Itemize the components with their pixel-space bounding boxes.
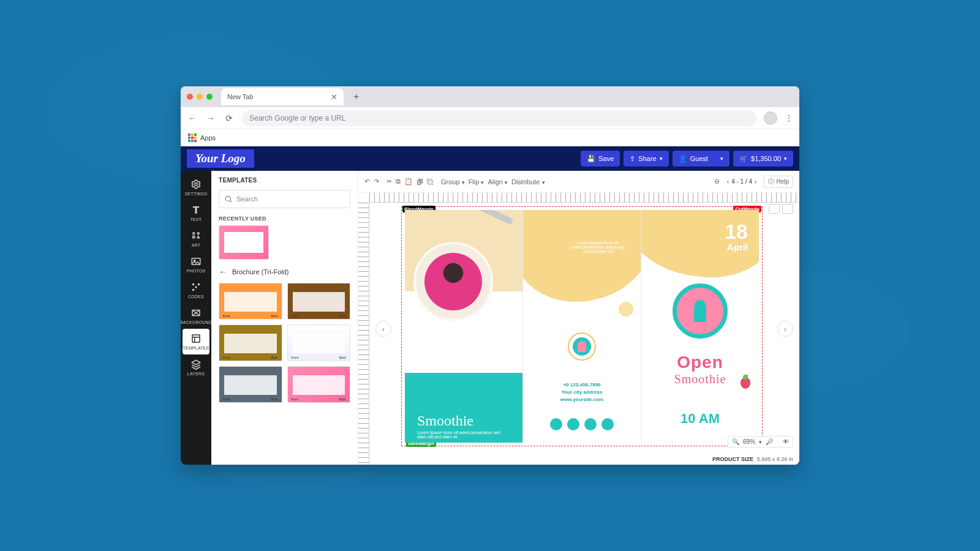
chevron-down-icon: ▾ [720, 156, 723, 162]
chevron-down-icon: ▾ [660, 156, 663, 162]
template-thumb[interactable]: FrontBack [219, 283, 282, 320]
template-thumb[interactable]: FrontBack [219, 366, 282, 403]
grid-toggle[interactable] [769, 204, 793, 214]
flip-menu[interactable]: Flip ▾ [469, 178, 484, 186]
window-controls[interactable] [187, 94, 213, 100]
spoon-graphic [461, 210, 514, 225]
sidebar-item-art[interactable]: Art [181, 226, 211, 252]
recent-template-thumb[interactable] [219, 225, 269, 260]
brochure-panel-3[interactable]: 18April OpenSmoothie 10 AM [641, 210, 759, 443]
group-menu[interactable]: Group ▾ [441, 178, 465, 186]
header-buttons: 💾Save ⇪Share▾ 👤Guest▾ 🛒$1,350.00▾ [581, 151, 793, 167]
share-button[interactable]: ⇪Share▾ [624, 151, 668, 167]
canvas-area[interactable]: ‹ › BleedMargin CutMargin SafeMargin [358, 193, 799, 465]
apps-label[interactable]: Apps [200, 134, 216, 141]
brochure-panel-2[interactable]: Lorem ipsum dolor sit amet,consectetur a… [522, 210, 641, 443]
smoothie-bowl-graphic [413, 242, 493, 321]
search-icon [224, 195, 233, 203]
minimize-window-icon[interactable] [197, 94, 203, 100]
panel1-subtitle: Lorem ipsum dolor sit amet,consectetur s… [417, 430, 503, 439]
duplicate-icon[interactable]: ⿻ [427, 178, 434, 186]
cart-button[interactable]: 🛒$1,350.00▾ [733, 151, 793, 167]
chevron-down-icon: ▾ [784, 156, 787, 162]
sidebar-item-codes[interactable]: Codes [181, 277, 211, 303]
prev-page-button[interactable]: ‹ [375, 321, 391, 337]
url-bar[interactable]: Search Google or type a URL [242, 110, 756, 126]
chevron-down-icon[interactable] [782, 204, 793, 214]
template-thumb[interactable]: FrontBack [287, 324, 351, 361]
canvas[interactable]: BleedMargin CutMargin SafeMargin Smoothi… [401, 206, 763, 446]
redo-icon[interactable]: ↷ [374, 178, 379, 186]
brochure-panel-1[interactable]: Smoothie Lorem ipsum dolor sit amet,cons… [405, 210, 522, 443]
template-thumb[interactable]: FrontBack [287, 366, 351, 403]
paste-icon[interactable]: 📋 [404, 178, 413, 186]
svg-rect-11 [192, 335, 200, 342]
editor-toolbar: ↶ ↷ ✂ ⧉ 📋 🗐 ⿻ Group ▾ Flip ▾ Align ▾ [358, 171, 799, 193]
apps-icon[interactable] [188, 133, 197, 142]
large-logo-badge [673, 283, 728, 339]
zoom-control[interactable]: 🔍 69%▾ 🔎 👁 [728, 436, 793, 448]
next-page-button[interactable]: › [777, 321, 793, 337]
guest-button[interactable]: 👤Guest▾ [673, 151, 729, 167]
close-tab-icon[interactable]: ✕ [331, 92, 337, 102]
sidebar-item-photos[interactable]: Photos [181, 252, 211, 277]
save-button[interactable]: 💾Save [581, 151, 620, 167]
sidebar-item-layers[interactable]: Layers [181, 354, 211, 380]
vertical-toolbar: Settings Text Art Photos Codes Backgroun… [181, 171, 211, 465]
undo-icon[interactable]: ↶ [364, 178, 370, 186]
maximize-window-icon[interactable] [206, 94, 213, 100]
share-icon: ⇪ [630, 155, 635, 163]
app-logo[interactable]: Your Logo [187, 149, 254, 168]
close-window-icon[interactable] [187, 94, 193, 100]
breadcrumb[interactable]: ←Brochure (Tri-Fold) [219, 267, 350, 277]
template-thumb[interactable]: FrontBack [219, 324, 282, 361]
zoom-out-icon[interactable]: 🔍 [732, 438, 739, 445]
bookmarks-bar: Apps [181, 129, 799, 146]
facebook-icon [567, 418, 579, 430]
browser-menu-icon[interactable]: ⋮ [785, 113, 793, 123]
new-tab-button[interactable]: + [353, 91, 359, 102]
browser-tab[interactable]: New Tab ✕ [221, 88, 344, 105]
date-block: 18April [725, 221, 748, 252]
sidebar-item-templates[interactable]: Templates [183, 329, 209, 354]
align-menu[interactable]: Align ▾ [488, 178, 508, 186]
user-icon: 👤 [679, 155, 687, 163]
grid-icon[interactable] [769, 204, 780, 214]
recently-used-heading: RECENTLY USED [219, 216, 350, 222]
forward-icon[interactable]: → [205, 113, 216, 123]
copy-icon[interactable]: ⧉ [396, 178, 401, 186]
svg-rect-9 [195, 287, 197, 288]
chrome-tabbar: New Tab ✕ + [181, 86, 799, 107]
back-arrow-icon[interactable]: ← [219, 267, 227, 277]
clipboard-icon[interactable]: 🗐 [417, 178, 423, 186]
svg-point-2 [197, 233, 199, 234]
back-icon[interactable]: ← [187, 113, 198, 123]
chrome-toolbar: ← → ⟳ Search Google or type a URL ⋮ [181, 107, 799, 129]
panel1-title: Smoothie [417, 413, 473, 429]
search-input[interactable]: Search [219, 190, 350, 208]
eye-icon[interactable]: 👁 [783, 438, 789, 445]
time-text: 10 AM [641, 411, 759, 427]
distribute-menu[interactable]: Distribute ▾ [511, 178, 545, 186]
url-placeholder: Search Google or type a URL [249, 114, 345, 122]
app-header: Your Logo 💾Save ⇪Share▾ 👤Guest▾ 🛒$1,350.… [181, 146, 799, 171]
sidebar-item-text[interactable]: Text [181, 200, 211, 226]
svg-rect-7 [198, 283, 200, 285]
svg-point-12 [225, 196, 230, 201]
help-button[interactable]: ⓘ Help [764, 176, 793, 188]
cart-icon: 🛒 [739, 155, 748, 163]
profile-avatar[interactable] [764, 111, 777, 125]
social-icons [523, 418, 641, 430]
sidebar-item-background[interactable]: Background [181, 303, 211, 329]
brochure[interactable]: Smoothie Lorem ipsum dolor sit amet,cons… [405, 210, 759, 443]
whatsapp-icon [601, 418, 614, 430]
ruler-vertical [358, 203, 369, 465]
fit-icon[interactable]: ⊖ [714, 178, 720, 186]
reload-icon[interactable]: ⟳ [224, 113, 235, 123]
page-indicator[interactable]: ‹ 4 - 1 / 4 › [727, 178, 757, 185]
sidebar-item-settings[interactable]: Settings [181, 174, 211, 200]
zoom-in-icon[interactable]: 🔎 [766, 438, 773, 445]
cut-icon[interactable]: ✂ [386, 178, 392, 186]
template-thumb[interactable]: FrontBack [287, 283, 351, 320]
save-icon: 💾 [587, 155, 595, 163]
